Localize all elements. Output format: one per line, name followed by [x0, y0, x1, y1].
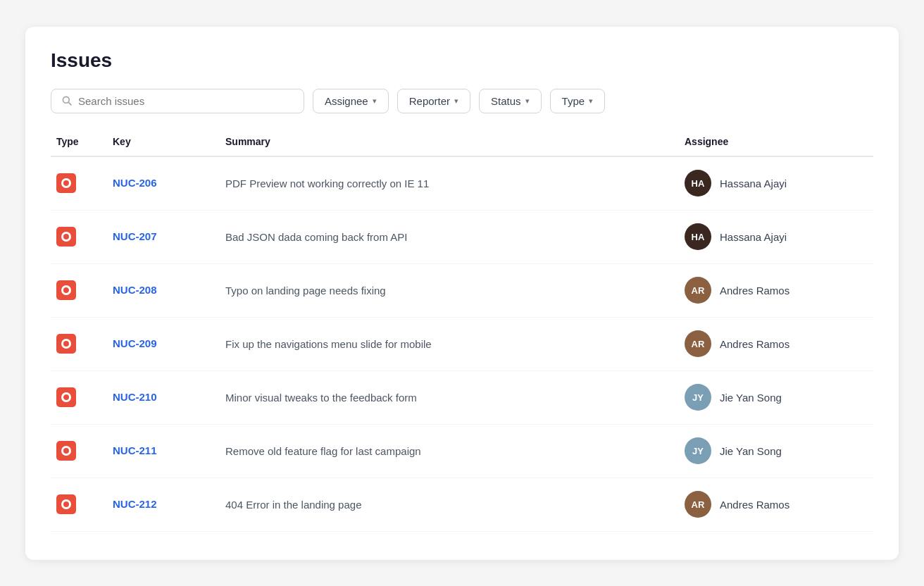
col-header-type: Type [56, 136, 113, 147]
assignee-cell: JY Jie Yan Song [685, 384, 868, 411]
issues-card: Issues Assignee ▾ Reporter ▾ Status ▾ Ty… [25, 27, 899, 560]
type-icon [56, 334, 76, 354]
key-cell: NUC-206 [113, 177, 225, 189]
table-row[interactable]: NUC-211 Remove old feature flag for last… [51, 425, 873, 478]
table-row[interactable]: NUC-206 PDF Preview not working correctl… [51, 157, 873, 211]
type-icon [56, 227, 76, 247]
avatar: HA [685, 223, 711, 250]
issue-key-link[interactable]: NUC-211 [113, 444, 157, 456]
bug-icon [61, 392, 71, 402]
avatar-initials: HA [692, 178, 705, 189]
summary-cell: Remove old feature flag for last campaig… [225, 445, 685, 457]
page-title: Issues [51, 49, 873, 72]
chevron-down-icon: ▾ [454, 96, 458, 106]
summary-cell: PDF Preview not working correctly on IE … [225, 177, 685, 189]
table-row[interactable]: NUC-210 Minor visual tweaks to the feedb… [51, 371, 873, 425]
type-cell [56, 387, 113, 407]
issue-key-link[interactable]: NUC-208 [113, 284, 157, 296]
status-filter-button[interactable]: Status ▾ [479, 89, 542, 113]
issue-key-link[interactable]: NUC-209 [113, 337, 157, 349]
avatar-initials: HA [692, 232, 705, 242]
assignee-name: Andres Ramos [720, 499, 789, 511]
assignee-name: Andres Ramos [720, 285, 789, 297]
table-row[interactable]: NUC-209 Fix up the navigations menu slid… [51, 318, 873, 371]
reporter-filter-button[interactable]: Reporter ▾ [397, 89, 470, 113]
type-icon [56, 441, 76, 461]
type-cell [56, 227, 113, 247]
avatar-initials: JY [692, 446, 704, 456]
avatar-initials: AR [692, 285, 705, 296]
assignee-cell: HA Hassana Ajayi [685, 223, 868, 250]
table-body: NUC-206 PDF Preview not working correctl… [51, 157, 873, 532]
bug-icon [61, 446, 71, 456]
assignee-cell: AR Andres Ramos [685, 330, 868, 357]
type-cell [56, 173, 113, 193]
assignee-name: Jie Yan Song [720, 445, 782, 457]
type-cell [56, 280, 113, 300]
summary-cell: Typo on landing page needs fixing [225, 285, 685, 297]
avatar: AR [685, 491, 711, 518]
table-header: Type Key Summary Assignee [51, 136, 873, 157]
key-cell: NUC-207 [113, 230, 225, 243]
summary-cell: 404 Error in the landing page [225, 499, 685, 511]
chevron-down-icon: ▾ [373, 96, 377, 106]
summary-cell: Minor visual tweaks to the feedback form [225, 392, 685, 404]
avatar-initials: JY [692, 392, 704, 403]
type-icon [56, 173, 76, 193]
assignee-name: Jie Yan Song [720, 392, 782, 404]
table-row[interactable]: NUC-212 404 Error in the landing page AR… [51, 478, 873, 532]
table-row[interactable]: NUC-207 Bad JSON dada coming back from A… [51, 211, 873, 264]
status-filter-label: Status [491, 95, 521, 107]
avatar: AR [685, 277, 711, 304]
avatar-initials: AR [692, 339, 705, 349]
assignee-cell: JY Jie Yan Song [685, 437, 868, 464]
issues-table: Type Key Summary Assignee NUC-206 PDF Pr… [51, 136, 873, 532]
type-filter-button[interactable]: Type ▾ [550, 89, 606, 113]
issue-key-link[interactable]: NUC-207 [113, 230, 157, 242]
avatar: JY [685, 437, 711, 464]
bug-icon [61, 285, 71, 295]
assignee-cell: HA Hassana Ajayi [685, 170, 868, 197]
assignee-name: Hassana Ajayi [720, 177, 787, 189]
avatar: JY [685, 384, 711, 411]
chevron-down-icon: ▾ [525, 96, 530, 106]
key-cell: NUC-209 [113, 337, 225, 350]
col-header-assignee: Assignee [685, 136, 868, 147]
type-cell [56, 494, 113, 514]
bug-icon [61, 339, 71, 349]
issue-key-link[interactable]: NUC-212 [113, 498, 157, 510]
type-filter-label: Type [562, 95, 585, 107]
issue-key-link[interactable]: NUC-210 [113, 391, 157, 403]
assignee-cell: AR Andres Ramos [685, 491, 868, 518]
avatar-initials: AR [692, 499, 705, 510]
type-icon [56, 494, 76, 514]
search-icon [61, 95, 73, 106]
bug-icon [61, 232, 71, 242]
type-cell [56, 334, 113, 354]
assignee-name: Andres Ramos [720, 338, 789, 350]
type-icon [56, 387, 76, 407]
issue-key-link[interactable]: NUC-206 [113, 177, 157, 189]
toolbar: Assignee ▾ Reporter ▾ Status ▾ Type ▾ [51, 89, 873, 113]
avatar: AR [685, 330, 711, 357]
avatar: HA [685, 170, 711, 197]
summary-cell: Fix up the navigations menu slide for mo… [225, 338, 685, 350]
assignee-name: Hassana Ajayi [720, 231, 787, 243]
key-cell: NUC-212 [113, 498, 225, 511]
type-icon [56, 280, 76, 300]
key-cell: NUC-208 [113, 284, 225, 297]
search-wrapper [51, 89, 304, 113]
assignee-filter-button[interactable]: Assignee ▾ [313, 89, 389, 113]
search-input[interactable] [78, 95, 294, 107]
chevron-down-icon: ▾ [589, 96, 593, 106]
type-cell [56, 441, 113, 461]
bug-icon [61, 178, 71, 188]
assignee-filter-label: Assignee [325, 95, 368, 107]
summary-cell: Bad JSON dada coming back from API [225, 231, 685, 243]
assignee-cell: AR Andres Ramos [685, 277, 868, 304]
table-row[interactable]: NUC-208 Typo on landing page needs fixin… [51, 264, 873, 318]
col-header-key: Key [113, 136, 225, 147]
svg-line-1 [68, 102, 71, 105]
svg-point-0 [63, 96, 69, 103]
col-header-summary: Summary [225, 136, 685, 147]
